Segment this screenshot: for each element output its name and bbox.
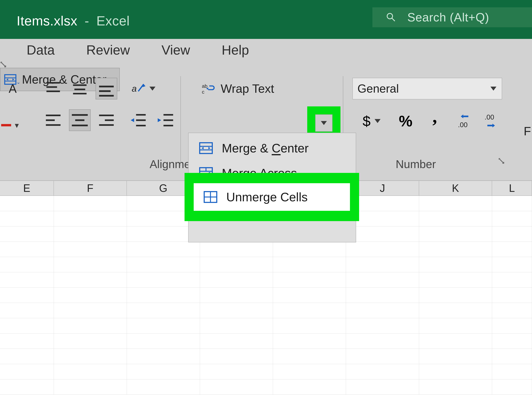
chevron-down-icon[interactable]: ▾ <box>15 121 19 130</box>
svg-line-2 <box>2 63 6 67</box>
filename: Items.xlsx <box>17 13 77 28</box>
chevron-down-icon <box>490 87 496 91</box>
truncated-group-label: F <box>524 124 532 138</box>
grid-row[interactable] <box>0 303 532 318</box>
app-name: Excel <box>96 13 130 28</box>
align-left-button[interactable] <box>43 110 63 130</box>
shrink-font-button[interactable]: Aˇ <box>3 80 25 97</box>
svg-marker-38 <box>461 114 463 118</box>
font-color-button[interactable]: ▾ <box>0 118 20 133</box>
menu-item-label: Unmerge Cells <box>226 190 307 204</box>
percent-style-button[interactable]: % <box>396 111 415 131</box>
grid-row[interactable] <box>0 257 532 272</box>
tab-view[interactable]: View <box>161 42 190 58</box>
align-right-button[interactable] <box>96 110 116 130</box>
decrease-indent-button[interactable] <box>128 110 148 130</box>
decrease-decimal-button[interactable]: .00 <box>480 111 500 131</box>
dollar-icon: $ <box>362 113 371 129</box>
increase-indent-button[interactable] <box>155 110 176 130</box>
window-title: Items.xlsx - Excel <box>17 13 130 29</box>
grid-row[interactable] <box>0 334 532 349</box>
column-header-K[interactable]: K <box>419 181 492 196</box>
wrap-text-label: Wrap Text <box>221 82 274 95</box>
font-color-swatch <box>1 124 11 126</box>
column-header-E[interactable]: E <box>0 181 54 196</box>
grid-row[interactable] <box>0 379 532 395</box>
grid-row[interactable] <box>0 349 532 364</box>
align-middle-button[interactable] <box>70 79 90 99</box>
svg-marker-41 <box>492 124 495 127</box>
unmerge-highlight: Unmerge Cells <box>185 173 359 221</box>
grid-row[interactable] <box>0 242 532 257</box>
font-group-dialog-launcher[interactable] <box>0 61 7 68</box>
ribbon-tabs: Data Review View Help <box>0 39 532 61</box>
tab-review[interactable]: Review <box>86 42 130 58</box>
number-group-label: Number <box>396 158 436 170</box>
column-header-F[interactable]: F <box>54 181 127 196</box>
svg-marker-29 <box>158 118 161 122</box>
title-bar: Items.xlsx - Excel Search (Alt+Q) <box>0 0 532 39</box>
grid-row[interactable] <box>0 288 532 303</box>
svg-marker-25 <box>131 118 134 122</box>
tab-data[interactable]: Data <box>27 42 55 58</box>
orientation-button[interactable]: a <box>126 79 160 99</box>
group-divider <box>180 76 181 166</box>
accounting-format-button[interactable]: $ <box>357 111 386 131</box>
tab-help[interactable]: Help <box>222 42 249 58</box>
align-center-button[interactable] <box>69 109 91 131</box>
search-icon <box>386 12 396 23</box>
percent-icon: % <box>399 112 412 130</box>
comma-style-button[interactable]: , <box>426 111 444 131</box>
menu-item-unmerge-cells[interactable]: Unmerge Cells <box>194 183 350 211</box>
merge-center-dropdown-arrow[interactable] <box>315 114 333 132</box>
svg-text:c: c <box>202 89 204 95</box>
number-group-dialog-launcher[interactable] <box>498 158 505 164</box>
svg-text:.00: .00 <box>484 113 494 121</box>
grid-row[interactable] <box>0 272 532 288</box>
svg-text:.00: .00 <box>458 121 467 128</box>
svg-text:a: a <box>132 83 137 93</box>
increase-decimal-button[interactable]: .00 <box>454 111 474 131</box>
menu-item-label: Merge & Center <box>222 141 308 155</box>
svg-line-1 <box>392 18 395 21</box>
title-separator: - <box>81 13 93 28</box>
align-bottom-button[interactable] <box>96 78 117 99</box>
svg-marker-47 <box>208 147 210 149</box>
number-format-select[interactable]: General <box>352 78 502 99</box>
svg-text:ab: ab <box>202 83 208 89</box>
merge-center-label: Merge & Center <box>22 73 106 86</box>
chevron-down-icon[interactable] <box>149 87 155 91</box>
menu-item-merge-center[interactable]: Merge & Center <box>188 136 356 161</box>
search-placeholder: Search (Alt+Q) <box>407 11 489 24</box>
ribbon: Aˇ ▾ a <box>0 61 532 181</box>
grid-row[interactable] <box>0 364 532 379</box>
column-header-L[interactable]: L <box>492 181 532 196</box>
number-format-value: General <box>357 82 399 95</box>
search-box[interactable]: Search (Alt+Q) <box>373 7 532 27</box>
comma-icon: , <box>433 106 437 127</box>
svg-line-42 <box>500 159 504 163</box>
align-top-button[interactable] <box>43 79 63 99</box>
svg-point-0 <box>387 13 393 19</box>
chevron-down-icon <box>321 121 327 125</box>
chevron-down-icon[interactable] <box>375 119 381 123</box>
wrap-text-button[interactable]: ab c Wrap Text <box>191 78 284 99</box>
grid-row[interactable] <box>0 318 532 334</box>
svg-marker-46 <box>202 147 204 149</box>
